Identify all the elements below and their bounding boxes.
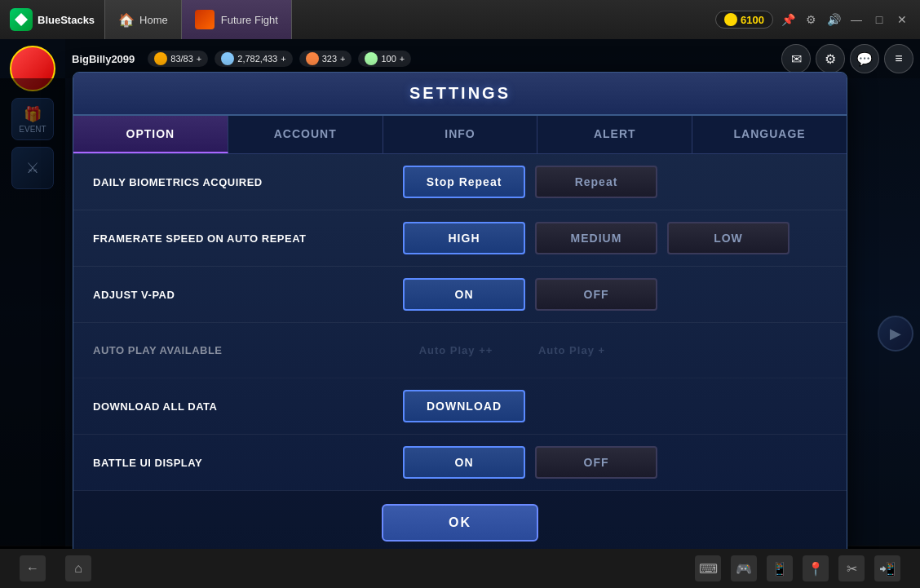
game-area: 🎁 EVENT ⚔ BigBilly2099 83/83 + 2,782,433… <box>0 39 920 588</box>
bluestacks-logo <box>10 8 33 31</box>
titlebar: BlueStacks 🏠 Home Future Fight 6100 📌 ⚙ … <box>0 0 920 39</box>
resource3-icon <box>365 52 378 65</box>
mail-icon[interactable]: ✉ <box>781 44 811 73</box>
framerate-medium-button[interactable]: MEDIUM <box>535 222 657 254</box>
framerate-controls: HIGH MEDIUM LOW <box>403 222 827 254</box>
coin-icon <box>724 13 737 26</box>
repeat-button[interactable]: Repeat <box>535 166 657 198</box>
settings-icon[interactable]: ⚙ <box>803 11 819 28</box>
gamepad-icon[interactable]: 🎮 <box>731 555 757 581</box>
vpad-controls: ON OFF <box>403 278 827 311</box>
battle-ui-label: BATTLE UI DISPLAY <box>93 457 403 469</box>
resource2-value: 323 <box>322 54 337 64</box>
resource2-plus: + <box>340 54 345 64</box>
framerate-high-button[interactable]: HIGH <box>403 222 525 254</box>
hp-value: 83/83 <box>170 54 193 64</box>
resource1-value: 2,782,433 <box>237 54 277 64</box>
coin-amount: 6100 <box>741 14 764 26</box>
screen-icon[interactable]: 📱 <box>767 555 793 581</box>
nav-left: ← ⌂ <box>20 555 91 581</box>
autoplay-plus-plus-button: Auto Play ++ <box>403 336 509 365</box>
home-tab[interactable]: 🏠 Home <box>104 0 182 39</box>
window-nav: ← ⌂ ⌨ 🎮 📱 📍 ✂ 📲 <box>0 549 920 588</box>
dialog-title: SETTINGS <box>409 84 511 102</box>
tab-info-label: INFO <box>445 127 475 140</box>
autoplay-controls: Auto Play ++ Auto Play + <box>403 336 827 365</box>
tab-alert[interactable]: ALERT <box>537 116 692 153</box>
maximize-button[interactable]: □ <box>871 11 887 28</box>
scissors-icon[interactable]: ✂ <box>838 555 865 581</box>
list-icon[interactable]: ≡ <box>884 44 913 73</box>
chat-icon[interactable]: 💬 <box>850 44 879 73</box>
setting-vpad: ADJUST V-PAD ON OFF <box>73 267 847 323</box>
biometrics-label: DAILY BIOMETRICS ACQUIRED <box>93 176 403 188</box>
nav-right: ⌨ 🎮 📱 📍 ✂ 📲 <box>695 555 900 581</box>
bs-logo-diamond <box>15 13 28 26</box>
hp-plus: + <box>197 54 201 64</box>
device-icon[interactable]: 📲 <box>874 555 900 581</box>
setting-download: DOWNLOAD ALL DATA DOWNLOAD <box>73 378 847 435</box>
hud-right-icons: ✉ ⚙ 💬 ≡ <box>781 44 913 73</box>
stop-repeat-button[interactable]: Stop Repeat <box>403 166 525 198</box>
biometrics-controls: Stop Repeat Repeat <box>403 166 827 198</box>
resource1-bar: 2,782,433 + <box>215 51 292 67</box>
close-button[interactable]: ✕ <box>894 11 910 28</box>
game-tab-label: Future Fight <box>221 14 278 26</box>
autoplay-plus-button: Auto Play + <box>519 336 625 365</box>
home-tab-label: Home <box>139 14 168 26</box>
game-icon <box>195 10 215 29</box>
titlebar-right: 6100 📌 ⚙ 🔊 — □ ✕ <box>715 11 920 29</box>
home-button[interactable]: ⌂ <box>65 555 91 581</box>
tab-account-label: ACCOUNT <box>274 127 337 140</box>
resource1-icon <box>221 52 234 65</box>
keyboard-icon[interactable]: ⌨ <box>695 555 721 581</box>
setting-autoplay: AUTO PLAY AVAILABLE Auto Play ++ Auto Pl… <box>73 323 847 378</box>
back-button[interactable]: ← <box>20 555 46 581</box>
dialog-overlay: SETTINGS OPTION ACCOUNT INFO ALERT LANGU… <box>0 78 920 549</box>
download-controls: DOWNLOAD <box>403 390 827 422</box>
ok-button[interactable]: OK <box>382 504 538 542</box>
battle-ui-off-button[interactable]: OFF <box>535 446 657 479</box>
dialog-body: DAILY BIOMETRICS ACQUIRED Stop Repeat Re… <box>73 154 847 491</box>
autoplay-label: AUTO PLAY AVAILABLE <box>93 344 403 356</box>
resource1-plus: + <box>281 54 285 64</box>
vpad-label: ADJUST V-PAD <box>93 289 403 301</box>
battle-ui-controls: ON OFF <box>403 446 827 479</box>
setting-daily-biometrics: DAILY BIOMETRICS ACQUIRED Stop Repeat Re… <box>73 154 847 210</box>
coin-badge: 6100 <box>715 11 773 29</box>
battle-ui-on-button[interactable]: ON <box>403 446 525 479</box>
tab-alert-label: ALERT <box>594 127 636 140</box>
pin-icon[interactable]: 📌 <box>780 11 796 28</box>
tab-language-label: LANGUAGE <box>734 127 806 140</box>
vpad-on-button[interactable]: ON <box>403 278 525 311</box>
hp-icon <box>154 52 167 65</box>
bluestacks-logo-area: BlueStacks <box>0 8 104 31</box>
resource2-icon <box>306 52 319 65</box>
setting-framerate: FRAMERATE SPEED ON AUTO REPEAT HIGH MEDI… <box>73 210 847 267</box>
resource3-value: 100 <box>381 54 396 64</box>
minimize-button[interactable]: — <box>848 11 865 28</box>
settings-dialog: SETTINGS OPTION ACCOUNT INFO ALERT LANGU… <box>73 72 847 555</box>
home-icon: 🏠 <box>118 12 135 28</box>
download-button[interactable]: DOWNLOAD <box>403 390 525 422</box>
resource2-bar: 323 + <box>299 51 352 67</box>
tab-option-label: OPTION <box>126 127 175 140</box>
app-name: BlueStacks <box>38 14 95 26</box>
location-icon[interactable]: 📍 <box>803 555 829 581</box>
dialog-tabs: OPTION ACCOUNT INFO ALERT LANGUAGE <box>73 116 847 154</box>
download-label: DOWNLOAD ALL DATA <box>93 400 403 413</box>
dialog-header: SETTINGS <box>73 73 847 116</box>
tab-account[interactable]: ACCOUNT <box>228 116 383 153</box>
tab-language[interactable]: LANGUAGE <box>692 116 847 153</box>
vpad-off-button[interactable]: OFF <box>535 278 657 311</box>
gear-icon[interactable]: ⚙ <box>816 44 845 73</box>
username-display: BigBilly2099 <box>72 53 135 65</box>
volume-icon[interactable]: 🔊 <box>825 11 842 28</box>
game-tab[interactable]: Future Fight <box>182 0 292 39</box>
framerate-low-button[interactable]: LOW <box>667 222 790 254</box>
hp-bar: 83/83 + <box>148 51 208 67</box>
framerate-label: FRAMERATE SPEED ON AUTO REPEAT <box>93 232 403 245</box>
tab-option[interactable]: OPTION <box>73 116 228 153</box>
resource3-bar: 100 + <box>358 51 411 67</box>
tab-info[interactable]: INFO <box>383 116 538 153</box>
